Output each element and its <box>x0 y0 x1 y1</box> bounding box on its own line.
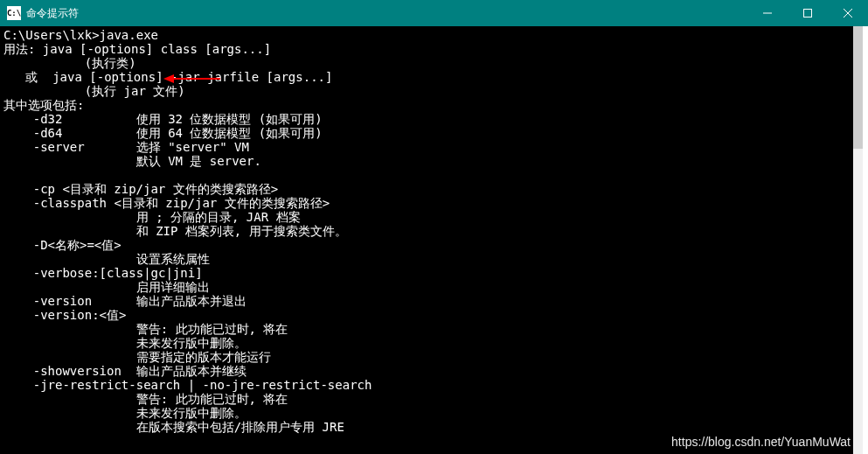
output-line: 用法: java [-options] class [args...] <box>3 42 271 56</box>
cmd-icon: C:\ <box>7 6 21 20</box>
terminal-output[interactable]: C:\Users\lxk>java.exe 用法: java [-options… <box>0 26 853 454</box>
command-text: java.exe <box>100 28 158 42</box>
output-line: -version:<值> <box>3 308 126 322</box>
window-controls <box>747 0 868 26</box>
output-line: -verbose:[class|gc|jni] <box>3 266 203 280</box>
output-line: 警告: 此功能已过时, 将在 <box>3 322 288 336</box>
output-line: -d32 使用 32 位数据模型 (如果可用) <box>3 112 323 126</box>
output-line: 和 ZIP 档案列表, 用于搜索类文件。 <box>3 224 347 238</box>
minimize-button[interactable] <box>747 0 788 26</box>
output-line: 或 java [-options] -jar jarfile [args...] <box>3 70 332 84</box>
terminal-container: C:\Users\lxk>java.exe 用法: java [-options… <box>0 26 868 454</box>
right-edge-strip <box>863 26 868 454</box>
output-line: 启用详细输出 <box>3 280 210 294</box>
output-line: (执行 jar 文件) <box>3 84 185 98</box>
output-line: -d64 使用 64 位数据模型 (如果可用) <box>3 126 323 140</box>
output-line: -jre-restrict-search | -no-jre-restrict-… <box>3 378 372 392</box>
output-line: 设置系统属性 <box>3 252 210 266</box>
output-line: 警告: 此功能已过时, 将在 <box>3 392 288 406</box>
prompt-text: C:\Users\lxk> <box>3 28 100 42</box>
output-line: -cp <目录和 zip/jar 文件的类搜索路径> <box>3 182 278 196</box>
output-line: -version 输出产品版本并退出 <box>3 294 247 308</box>
output-line: -classpath <目录和 zip/jar 文件的类搜索路径> <box>3 196 330 210</box>
output-line: 在版本搜索中包括/排除用户专用 JRE <box>3 420 344 434</box>
output-line: -D<名称>=<值> <box>3 238 122 252</box>
svg-rect-1 <box>804 10 812 17</box>
titlebar: C:\ 命令提示符 <box>0 0 868 26</box>
output-line: 未来发行版中删除。 <box>3 336 247 350</box>
maximize-button[interactable] <box>788 0 828 26</box>
output-line: 默认 VM 是 server. <box>3 154 261 168</box>
output-line: 用 ; 分隔的目录, JAR 档案 <box>3 210 301 224</box>
output-line: (执行类) <box>3 56 136 70</box>
close-button[interactable] <box>828 0 868 26</box>
output-line: 未来发行版中删除。 <box>3 406 247 420</box>
output-line: 其中选项包括: <box>3 98 84 112</box>
output-line: 需要指定的版本才能运行 <box>3 350 271 364</box>
output-line: -showversion 输出产品版本并继续 <box>3 364 247 378</box>
window-title: 命令提示符 <box>26 6 747 21</box>
watermark-text: https://blog.csdn.net/YuanMuWat <box>671 435 851 449</box>
output-line: -server 选择 "server" VM <box>3 140 249 154</box>
